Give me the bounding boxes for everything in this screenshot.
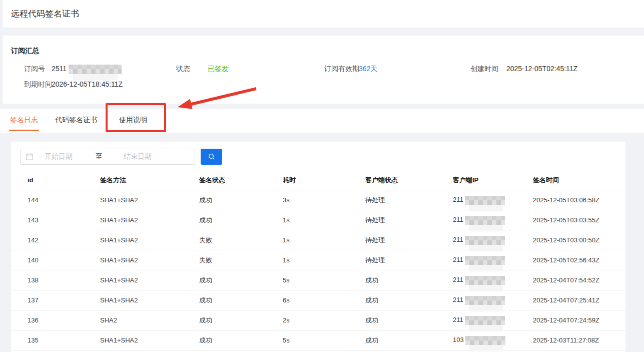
date-separator: 至 [96, 152, 103, 161]
cell-method: SHA1+SHA2 [100, 256, 199, 264]
cell-id: 143 [28, 216, 100, 224]
cell-id: 144 [28, 196, 100, 204]
cell-id: 140 [28, 256, 100, 264]
subscription-no-value: 2511 [52, 65, 122, 74]
cell-client-status: 待处理 [365, 256, 453, 265]
cell-sign-time: 2025-12-05T03:00:50Z [533, 236, 625, 244]
table-row: 138 SHA1+SHA2 成功 5s 成功 211 2025-12-04T07… [11, 270, 625, 290]
col-method: 签名方法 [100, 176, 199, 185]
cell-method: SHA1+SHA2 [100, 216, 199, 224]
table-row: 136 SHA2 成功 2s 成功 211 2025-12-04T07:24:5… [11, 310, 625, 330]
status-value: 已签发 [208, 65, 229, 74]
cell-sign-status: 失败 [199, 236, 283, 245]
search-icon [208, 153, 216, 161]
cell-sign-status: 成功 [199, 316, 283, 325]
cell-client-status: 成功 [365, 276, 453, 285]
search-button[interactable] [201, 149, 222, 165]
cell-method: SHA1+SHA2 [100, 336, 199, 344]
col-id: id [28, 176, 100, 184]
cell-method: SHA2 [100, 316, 199, 324]
expire-time-value: 2026-12-05T18:45:11Z [52, 80, 123, 88]
redacted-ip [465, 336, 505, 345]
cell-sign-time: 2025-12-04T07:25:41Z [533, 296, 625, 304]
subscription-summary-section: 订阅汇总 订阅号 2511 状态 已签发 订阅有效期 362天 创建时间 202… [3, 36, 644, 104]
subscription-no-label: 订阅号 [24, 65, 45, 74]
cell-client-ip: 211 [453, 316, 533, 325]
cell-duration: 5s [283, 276, 365, 284]
table-row: 135 SHA1+SHA2 成功 5s 成功 103 2025-12-03T11… [11, 330, 625, 350]
cell-sign-time: 2025-12-03T11:27:08Z [533, 336, 625, 344]
cell-client-ip: 211 [453, 276, 533, 285]
cell-sign-status: 成功 [199, 196, 283, 205]
cell-id: 142 [28, 236, 100, 244]
cell-sign-time: 2025-12-04T07:24:59Z [533, 316, 625, 324]
signing-log-table: id 签名方法 签名状态 耗时 客户端状态 客户端IP 签名时间 144 SHA… [11, 170, 625, 350]
cell-client-status: 成功 [365, 336, 453, 345]
validity-label: 订阅有效期 [324, 65, 359, 74]
cell-client-status: 待处理 [365, 236, 453, 245]
cell-duration: 1s [283, 256, 365, 264]
tab-signing-log[interactable]: 签名日志 [10, 116, 38, 125]
expire-time-label: 到期时间 [24, 80, 52, 89]
status-label: 状态 [176, 65, 190, 74]
cell-sign-status: 失败 [199, 256, 283, 265]
redacted-ip [465, 196, 505, 205]
validity-value: 362天 [359, 65, 377, 74]
cell-client-status: 成功 [365, 316, 453, 325]
col-sign-time: 签名时间 [533, 176, 625, 185]
table-row: 142 SHA1+SHA2 失败 1s 待处理 211 2025-12-05T0… [11, 230, 625, 250]
redacted-ip [465, 256, 505, 265]
redacted-subscription-no [69, 65, 122, 74]
table-row: 143 SHA1+SHA2 成功 1s 待处理 211 2025-12-05T0… [11, 210, 625, 230]
cell-method: SHA1+SHA2 [100, 296, 199, 304]
cell-sign-status: 成功 [199, 296, 283, 305]
table-row: 140 SHA1+SHA2 失败 1s 待处理 211 2025-12-05T0… [11, 250, 625, 270]
cell-sign-time: 2025-12-05T02:56:43Z [533, 256, 625, 264]
annotation-arrow-icon [170, 81, 260, 112]
annotation-box [106, 103, 166, 132]
separator-band [0, 104, 644, 109]
cell-sign-time: 2025-12-05T03:06:58Z [533, 196, 625, 204]
redacted-ip [465, 316, 505, 325]
cell-sign-time: 2025-12-05T03:03:55Z [533, 216, 625, 224]
date-range-picker[interactable]: 开始日期 至 结束日期 [20, 149, 195, 165]
col-client-status: 客户端状态 [365, 176, 453, 185]
cell-client-ip: 103 [453, 336, 533, 345]
cell-method: SHA1+SHA2 [100, 236, 199, 244]
cell-client-ip: 211 [453, 196, 533, 205]
cell-id: 137 [28, 296, 100, 304]
cell-id: 135 [28, 336, 100, 344]
col-sign-status: 签名状态 [199, 176, 283, 185]
cell-duration: 1s [283, 216, 365, 224]
page-title: 远程代码签名证书 [11, 8, 79, 20]
cell-duration: 6s [283, 296, 365, 304]
created-time-label: 创建时间 [470, 65, 498, 74]
created-time-value: 2025-12-05T02:45:11Z [506, 65, 577, 73]
separator-band [0, 28, 644, 36]
calendar-icon [26, 153, 34, 161]
start-date-input[interactable]: 开始日期 [45, 152, 73, 161]
cell-method: SHA1+SHA2 [100, 276, 199, 284]
tab-bar: 签名日志 代码签名证书 使用说明 [0, 109, 644, 133]
subscription-summary-title: 订阅汇总 [11, 47, 39, 56]
cell-client-status: 待处理 [365, 196, 453, 205]
col-duration: 耗时 [283, 176, 365, 185]
cell-client-ip: 211 [453, 296, 533, 305]
cell-duration: 1s [283, 236, 365, 244]
end-date-input[interactable]: 结束日期 [124, 152, 152, 161]
title-bar: 远程代码签名证书 [3, 0, 644, 28]
redacted-ip [465, 296, 505, 305]
cell-sign-time: 2025-12-04T07:54:52Z [533, 276, 625, 284]
cell-sign-status: 成功 [199, 216, 283, 225]
redacted-ip [465, 216, 505, 225]
cell-sign-status: 成功 [199, 336, 283, 345]
cell-client-ip: 211 [453, 236, 533, 245]
tab-code-signing-cert[interactable]: 代码签名证书 [55, 116, 97, 125]
cell-id: 138 [28, 276, 100, 284]
table-row: 144 SHA1+SHA2 成功 3s 待处理 211 2025-12-05T0… [11, 190, 625, 210]
signing-log-panel: 开始日期 至 结束日期 id 签名方法 签名状态 耗时 客户端状态 客户端IP … [11, 142, 625, 352]
cell-sign-status: 成功 [199, 276, 283, 285]
cell-duration: 5s [283, 336, 365, 344]
cell-client-status: 待处理 [365, 216, 453, 225]
cell-duration: 2s [283, 316, 365, 324]
